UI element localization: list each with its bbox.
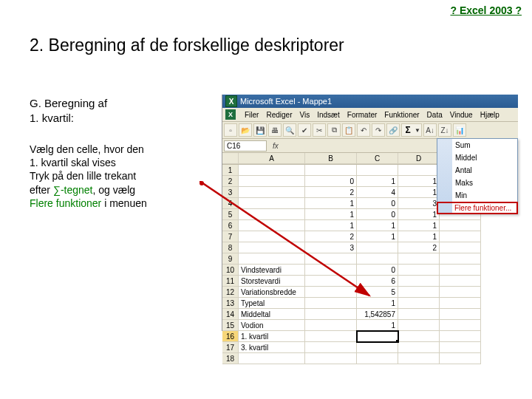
row-header[interactable]: 18: [222, 353, 239, 364]
row-header[interactable]: 2: [222, 176, 239, 187]
cell[interactable]: Vodion: [239, 320, 305, 331]
cell[interactable]: [440, 276, 481, 287]
col-C[interactable]: C: [357, 153, 398, 164]
row-header[interactable]: 17: [222, 342, 239, 353]
row-header[interactable]: 12: [222, 287, 239, 298]
cell[interactable]: 1: [357, 298, 398, 309]
cell[interactable]: Typetal: [239, 298, 305, 309]
cell[interactable]: [440, 298, 481, 309]
link-icon[interactable]: 🔗: [386, 123, 400, 137]
cell[interactable]: [305, 265, 357, 276]
select-all-corner[interactable]: [222, 153, 239, 164]
cell[interactable]: 2: [398, 242, 440, 253]
excel-2003-link[interactable]: ? Excel 2003 ?: [450, 4, 522, 16]
menu-vindue[interactable]: Vindue: [450, 111, 473, 119]
cell[interactable]: 1: [357, 231, 398, 242]
name-box[interactable]: C16: [224, 140, 267, 151]
cell[interactable]: [305, 353, 357, 364]
cell[interactable]: [357, 353, 398, 364]
row-header[interactable]: 15: [222, 320, 239, 331]
cell[interactable]: [398, 353, 440, 364]
cell[interactable]: [305, 309, 357, 320]
cell[interactable]: [440, 231, 481, 242]
cell[interactable]: 3. kvartil: [239, 342, 305, 353]
fx-icon[interactable]: fx: [273, 142, 279, 150]
row-header[interactable]: 13: [222, 298, 239, 309]
menu-data[interactable]: Data: [427, 111, 443, 119]
cell[interactable]: 2: [305, 187, 357, 198]
cell[interactable]: [440, 242, 481, 253]
row-header[interactable]: 9: [222, 253, 239, 265]
cell[interactable]: [239, 187, 305, 198]
cell[interactable]: 1: [357, 220, 398, 231]
cell[interactable]: [440, 253, 481, 265]
autosum-button[interactable]: Σ ▼: [401, 123, 422, 137]
cell[interactable]: [239, 242, 305, 253]
cell[interactable]: [239, 198, 305, 209]
cell[interactable]: 1: [305, 220, 357, 231]
menuitem-antal[interactable]: Antal: [437, 164, 517, 177]
sort-asc-icon[interactable]: A↓: [423, 123, 437, 137]
cell[interactable]: [239, 165, 305, 176]
cell[interactable]: [239, 353, 305, 364]
redo-icon[interactable]: ↷: [372, 123, 385, 137]
cell[interactable]: 0: [357, 265, 398, 276]
row-header[interactable]: 4: [222, 198, 239, 209]
cell[interactable]: [398, 309, 440, 320]
cell[interactable]: [305, 342, 357, 353]
cell[interactable]: [398, 331, 440, 342]
selected-cell[interactable]: [357, 331, 398, 342]
cell[interactable]: [239, 253, 305, 265]
new-icon[interactable]: ▫: [224, 123, 237, 137]
cell[interactable]: [440, 287, 481, 298]
cell[interactable]: [440, 265, 481, 276]
cell[interactable]: [440, 309, 481, 320]
spell-icon[interactable]: ✔: [298, 123, 311, 137]
menu-vis[interactable]: Vis: [299, 111, 310, 119]
menu-funktioner[interactable]: Funktioner: [384, 111, 419, 119]
cell[interactable]: [305, 320, 357, 331]
menuitem-min[interactable]: Min: [437, 189, 517, 202]
cell[interactable]: 1: [357, 176, 398, 187]
col-D[interactable]: D: [398, 153, 440, 164]
paste-icon[interactable]: 📋: [342, 123, 355, 137]
row-header[interactable]: 7: [222, 231, 239, 242]
cell[interactable]: [305, 298, 357, 309]
col-B[interactable]: B: [305, 153, 357, 164]
cell[interactable]: 0: [357, 209, 398, 220]
cell[interactable]: 4: [357, 187, 398, 198]
cell[interactable]: [440, 331, 481, 342]
cell[interactable]: [398, 320, 440, 331]
cell[interactable]: 1: [357, 320, 398, 331]
autosum-dropdown-icon[interactable]: ▼: [414, 127, 421, 134]
cell[interactable]: [305, 165, 357, 176]
row-header[interactable]: 11: [222, 276, 239, 287]
cell[interactable]: [398, 276, 440, 287]
cell[interactable]: 1,542857: [357, 309, 398, 320]
cell[interactable]: [239, 209, 305, 220]
cell[interactable]: 1: [398, 220, 440, 231]
cell[interactable]: 6: [357, 276, 398, 287]
cell[interactable]: [239, 176, 305, 187]
cell[interactable]: 1: [398, 209, 440, 220]
cell[interactable]: [398, 342, 440, 353]
menuitem-sum[interactable]: Sum: [437, 139, 517, 151]
cell[interactable]: 1: [305, 209, 357, 220]
cell[interactable]: Variationsbredde: [239, 287, 305, 298]
cell[interactable]: 1: [398, 176, 440, 187]
cell[interactable]: [305, 276, 357, 287]
save-icon[interactable]: 💾: [253, 123, 267, 137]
menu-hjaelp[interactable]: Hjælp: [480, 111, 499, 119]
row-header[interactable]: 16: [222, 331, 239, 342]
row-header[interactable]: 8: [222, 242, 239, 253]
cell[interactable]: [305, 287, 357, 298]
cell[interactable]: [398, 298, 440, 309]
cell[interactable]: [398, 265, 440, 276]
menu-indsaet[interactable]: Indsæt: [317, 111, 340, 119]
chart-icon[interactable]: 📊: [453, 123, 466, 137]
cell[interactable]: 3: [398, 198, 440, 209]
cell[interactable]: [398, 165, 440, 176]
cell[interactable]: 3: [305, 242, 357, 253]
cell[interactable]: 1: [398, 231, 440, 242]
cell[interactable]: Vindstevardi: [239, 265, 305, 276]
